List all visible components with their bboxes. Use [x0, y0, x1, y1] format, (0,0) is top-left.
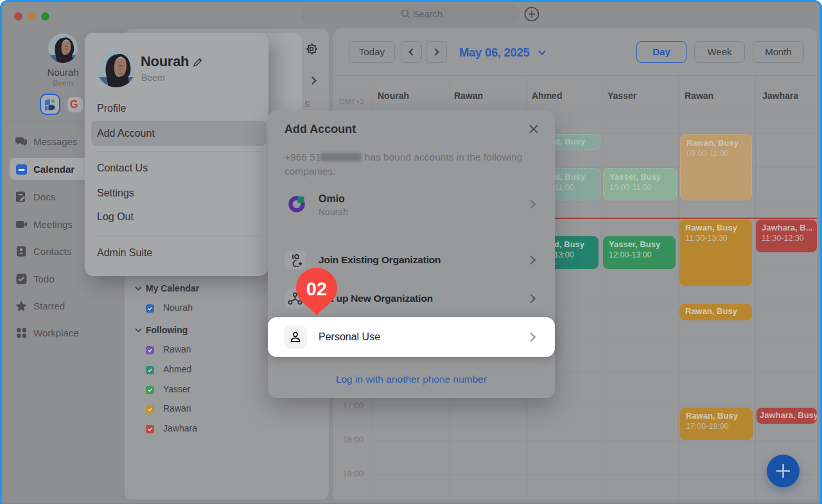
svg-text:02: 02	[306, 279, 327, 299]
